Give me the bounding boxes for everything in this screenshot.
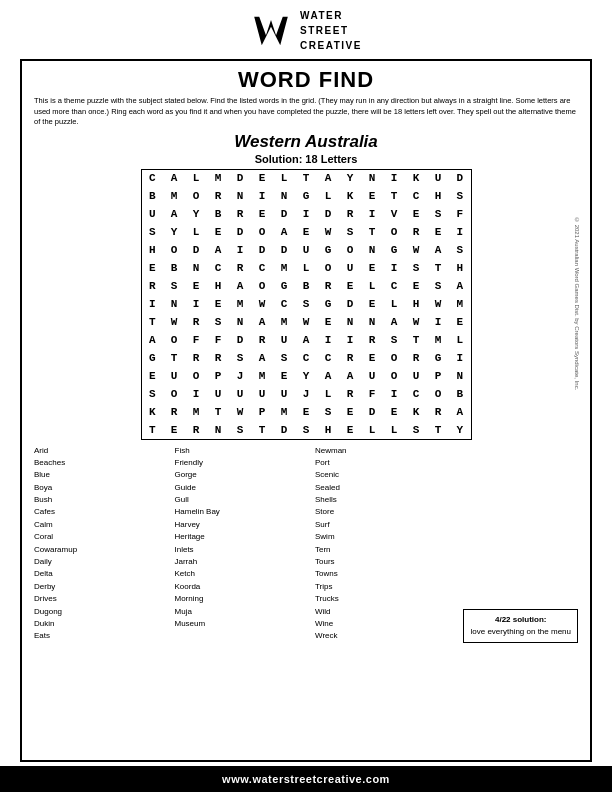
grid-cell: E <box>361 187 383 205</box>
grid-cell: E <box>295 403 317 421</box>
grid-cell: E <box>339 277 361 295</box>
grid-cell: N <box>163 295 185 313</box>
word-item: Heritage <box>175 531 316 543</box>
grid-cell: D <box>273 421 295 439</box>
footer: www.waterstreetcreative.com <box>0 766 612 792</box>
grid-cell: I <box>383 169 405 187</box>
grid-cell: E <box>317 313 339 331</box>
grid-cell: L <box>449 331 471 349</box>
grid-cell: R <box>185 349 207 367</box>
grid-cell: O <box>383 223 405 241</box>
grid-cell: M <box>229 295 251 313</box>
solution-text: love everything on the menu <box>470 626 571 638</box>
word-item: Jarrah <box>175 556 316 568</box>
grid-cell: I <box>251 187 273 205</box>
word-item: Bush <box>34 494 175 506</box>
word-item: Delta <box>34 568 175 580</box>
grid-cell: I <box>185 385 207 403</box>
word-item: Towns <box>315 568 456 580</box>
word-item: Trucks <box>315 593 456 605</box>
grid-cell: S <box>339 223 361 241</box>
grid-cell: A <box>317 169 339 187</box>
grid-cell: U <box>251 385 273 403</box>
word-item: Sealed <box>315 482 456 494</box>
word-item: Scenic <box>315 469 456 481</box>
word-item: Shells <box>315 494 456 506</box>
grid-cell: T <box>163 349 185 367</box>
grid-cell: T <box>141 421 163 439</box>
word-item: Museum <box>175 618 316 630</box>
grid-cell: S <box>405 259 427 277</box>
grid-cell: H <box>207 277 229 295</box>
grid-cell: R <box>339 385 361 403</box>
grid-cell: M <box>163 187 185 205</box>
grid-cell: R <box>229 205 251 223</box>
grid-cell: H <box>427 187 449 205</box>
grid-cell: T <box>383 187 405 205</box>
previous-solution-box: 4/22 solution: love everything on the me… <box>463 609 578 643</box>
grid-cell: A <box>163 169 185 187</box>
word-item: Fish <box>175 445 316 457</box>
grid-cell: W <box>317 223 339 241</box>
grid-cell: A <box>207 241 229 259</box>
grid-cell: S <box>163 277 185 295</box>
grid-cell: E <box>141 259 163 277</box>
grid-cell: A <box>273 223 295 241</box>
word-item: Wreck <box>315 630 456 642</box>
grid-cell: U <box>295 241 317 259</box>
grid-cell: T <box>361 223 383 241</box>
word-list-area: AridBeachesBlueBoyaBushCafesCalmCoralCow… <box>34 445 578 643</box>
grid-cell: R <box>251 331 273 349</box>
grid-cell: G <box>273 277 295 295</box>
grid-cell: N <box>361 313 383 331</box>
grid-cell: G <box>383 241 405 259</box>
grid-cell: H <box>449 259 471 277</box>
grid-cell: L <box>295 259 317 277</box>
grid-cell: O <box>251 277 273 295</box>
grid-cell: W <box>405 241 427 259</box>
word-item: Wine <box>315 618 456 630</box>
grid-cell: F <box>361 385 383 403</box>
grid-cell: C <box>207 259 229 277</box>
grid-cell: R <box>405 349 427 367</box>
grid-cell: I <box>427 313 449 331</box>
word-item: Wild <box>315 606 456 618</box>
grid-cell: U <box>427 169 449 187</box>
grid-cell: A <box>251 313 273 331</box>
grid-cell: M <box>207 169 229 187</box>
word-column-2: FishFriendlyGorgeGuideGullHamelin BayHar… <box>175 445 316 643</box>
grid-cell: S <box>141 385 163 403</box>
grid-cell: N <box>229 313 251 331</box>
solution-date: 4/22 solution: <box>470 614 571 626</box>
grid-cell: S <box>141 223 163 241</box>
grid-cell: S <box>207 313 229 331</box>
grid-cell: I <box>449 349 471 367</box>
word-item: Beaches <box>34 457 175 469</box>
grid-cell: E <box>449 313 471 331</box>
grid-cell: L <box>383 295 405 313</box>
grid-cell: U <box>163 367 185 385</box>
grid-cell: R <box>185 313 207 331</box>
word-item: Cafes <box>34 506 175 518</box>
grid-cell: T <box>295 169 317 187</box>
word-item: Ketch <box>175 568 316 580</box>
grid-cell: A <box>141 331 163 349</box>
grid-cell: E <box>339 403 361 421</box>
grid-cell: I <box>449 223 471 241</box>
word-item: Calm <box>34 519 175 531</box>
grid-cell: H <box>317 421 339 439</box>
grid-cell: O <box>185 187 207 205</box>
grid-cell: E <box>163 421 185 439</box>
grid-cell: A <box>449 277 471 295</box>
grid-cell: W <box>163 313 185 331</box>
grid-cell: F <box>207 331 229 349</box>
word-item: Guide <box>175 482 316 494</box>
grid-cell: C <box>273 295 295 313</box>
grid-cell: U <box>405 367 427 385</box>
grid-cell: U <box>229 385 251 403</box>
grid-cell: D <box>273 205 295 223</box>
grid-cell: V <box>383 205 405 223</box>
grid-cell: N <box>273 187 295 205</box>
grid-cell: Y <box>185 205 207 223</box>
word-item: Daily <box>34 556 175 568</box>
